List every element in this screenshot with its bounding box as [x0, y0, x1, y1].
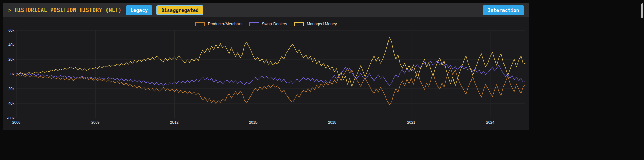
svg-text:20k: 20k — [8, 57, 14, 61]
svg-text:40k: 40k — [8, 43, 14, 47]
svg-text:2018: 2018 — [328, 120, 336, 124]
scrollbar-thumb[interactable] — [641, 3, 643, 18]
legend-swatch-swap-dealers — [249, 22, 259, 26]
legend-item-managed-money: Managed Money — [294, 22, 337, 26]
page-title: > HISTORICAL POSITION HISTORY (NET) — [8, 7, 122, 13]
legend-swatch-managed-money — [294, 22, 304, 26]
position-history-chart[interactable]: 60k40k20k0k-20k-40k-60k20062009201220152… — [3, 17, 529, 130]
svg-text:2012: 2012 — [170, 120, 178, 124]
svg-text:2021: 2021 — [407, 120, 415, 124]
svg-text:-40k: -40k — [7, 101, 15, 105]
interaction-button[interactable]: Interaction — [483, 5, 524, 15]
svg-text:-20k: -20k — [7, 87, 15, 91]
legend-label-swap-dealers: Swap Dealers — [262, 22, 287, 26]
chart-area: Producer/Merchant Swap Dealers Managed M… — [3, 17, 529, 130]
legacy-button[interactable]: Legacy — [126, 5, 153, 15]
app-panel: > HISTORICAL POSITION HISTORY (NET) Lega… — [3, 3, 529, 130]
svg-text:60k: 60k — [8, 28, 14, 32]
svg-text:-60k: -60k — [7, 116, 15, 120]
disaggregated-button[interactable]: Disaggregated — [156, 5, 203, 15]
svg-text:2024: 2024 — [486, 120, 494, 124]
legend-item-producer-merchant: Producer/Merchant — [195, 22, 242, 26]
legend-label-producer-merchant: Producer/Merchant — [208, 22, 242, 26]
legend-label-managed-money: Managed Money — [307, 22, 337, 26]
chart-legend: Producer/Merchant Swap Dealers Managed M… — [3, 22, 529, 26]
header-bar: > HISTORICAL POSITION HISTORY (NET) Lega… — [3, 3, 529, 17]
legend-item-swap-dealers: Swap Dealers — [249, 22, 287, 26]
svg-text:2015: 2015 — [249, 120, 257, 124]
svg-text:2006: 2006 — [12, 120, 20, 124]
legend-swatch-producer-merchant — [195, 22, 205, 26]
svg-text:2009: 2009 — [91, 120, 99, 124]
svg-text:0k: 0k — [10, 72, 14, 76]
